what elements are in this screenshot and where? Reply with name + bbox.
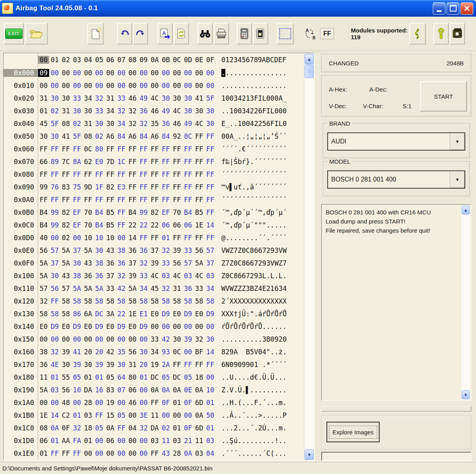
ascii-char[interactable]: ‰ (225, 158, 229, 166)
ascii-char[interactable]: ´ (266, 196, 270, 204)
hex-byte[interactable]: FF (149, 145, 160, 153)
ascii-char[interactable]: Z (238, 247, 242, 254)
ascii-char[interactable]: ( (238, 399, 242, 407)
hex-byte[interactable]: 36 (105, 259, 116, 267)
ascii-char[interactable]: 5 (250, 348, 254, 356)
hex-byte[interactable]: 00 (194, 82, 205, 90)
ascii-char[interactable]: . (238, 82, 242, 90)
ascii-char[interactable]: X (266, 297, 270, 305)
hex-byte[interactable]: 38 (38, 348, 49, 356)
ascii-char[interactable]: ´ (242, 208, 246, 216)
ascii-char[interactable]: X (278, 297, 282, 305)
hex-byte[interactable]: E3 (116, 183, 127, 191)
ascii-char[interactable]: 3 (250, 94, 254, 102)
ascii-char[interactable]: . (242, 373, 246, 381)
ascii-char[interactable]: „ (266, 132, 270, 140)
hex-byte[interactable]: 58 (49, 310, 60, 318)
hex-byte[interactable]: 05 (116, 411, 127, 419)
hex-byte[interactable]: 58 (71, 297, 83, 305)
hex-byte[interactable]: FF (94, 411, 105, 419)
ascii-char[interactable]: . (246, 437, 250, 445)
hex-scrollbar[interactable]: ▲ ▼ (304, 54, 314, 460)
hex-byte[interactable]: 8A (71, 158, 83, 166)
ascii-char[interactable]: Ů (266, 310, 270, 318)
hex-byte[interactable]: 58 (83, 297, 94, 305)
hex-byte[interactable]: 00 (49, 335, 60, 343)
ascii-char[interactable]: ´ (271, 158, 274, 166)
hex-byte[interactable]: 28 (171, 449, 182, 457)
ascii-char[interactable]: ( (271, 449, 274, 457)
hex-byte[interactable]: FF (149, 399, 160, 407)
ascii-char[interactable]: ´ (225, 449, 229, 457)
hex-byte[interactable]: 46 (127, 399, 138, 407)
hex-byte[interactable]: 14 (127, 234, 138, 242)
hex-byte[interactable]: 02 (71, 120, 83, 128)
hex-byte[interactable]: FF (105, 145, 116, 153)
hex-byte[interactable]: 32 (160, 285, 171, 292)
ascii-char[interactable]: 7 (254, 259, 258, 267)
ascii-char[interactable]: . (246, 399, 250, 407)
ascii-char[interactable]: . (254, 386, 258, 394)
ascii-char[interactable]: . (234, 411, 238, 419)
hex-byte[interactable]: 33 (182, 247, 194, 254)
hex-byte[interactable]: A6 (105, 132, 116, 140)
ascii-char[interactable]: . (238, 234, 242, 242)
hex-byte[interactable]: FF (182, 145, 194, 153)
ascii-char[interactable]: . (282, 272, 286, 280)
hex-byte[interactable]: 5A (94, 285, 105, 292)
hex-byte[interactable]: 09 (38, 69, 49, 77)
hex-byte[interactable]: 00 (94, 335, 105, 343)
hex-byte[interactable]: 31 (127, 361, 138, 369)
ascii-char[interactable]: ´ (242, 170, 246, 178)
ascii-char[interactable]: ´ (278, 361, 282, 369)
ascii-char[interactable]: ´ (225, 170, 229, 178)
ascii-char[interactable]: . (274, 69, 278, 77)
ascii-char[interactable]: F (254, 399, 258, 407)
hex-byte[interactable]: FF (116, 424, 127, 432)
hex-byte[interactable]: 36 (116, 259, 127, 267)
connector-button[interactable] (409, 23, 426, 44)
hex-byte[interactable]: 15 (105, 411, 116, 419)
ascii-char[interactable]: p (238, 208, 242, 216)
ascii-char[interactable]: ´ (262, 399, 266, 407)
ascii-char[interactable]: . (242, 437, 246, 445)
ascii-char[interactable]: 6 (221, 361, 225, 369)
hex-byte[interactable]: BF (194, 348, 205, 356)
hex-byte[interactable]: FF (60, 196, 71, 204)
hex-byte[interactable]: 86 (71, 310, 83, 318)
ascii-char[interactable]: Ů (225, 323, 229, 331)
hex-byte[interactable]: 56 (49, 285, 60, 292)
hex-byte[interactable]: 10 (105, 234, 116, 242)
hex-byte[interactable]: 1F (94, 183, 105, 191)
hex-byte[interactable]: 37 (49, 259, 60, 267)
ascii-char[interactable]: . (234, 335, 238, 343)
ascii-char[interactable]: . (250, 69, 254, 77)
ascii-char[interactable]: ŕ (230, 323, 234, 331)
hex-byte[interactable]: FF (127, 196, 138, 204)
hex-byte[interactable]: 58 (116, 297, 127, 305)
hex-byte[interactable]: 38 (94, 259, 105, 267)
hex-byte[interactable]: FF (149, 183, 160, 191)
scroll-up-button[interactable]: ▲ (462, 206, 470, 214)
ascii-char[interactable]: Ş (230, 437, 234, 445)
hex-byte[interactable]: FF (38, 170, 49, 178)
ascii-char[interactable]: " (262, 221, 266, 229)
ascii-char[interactable]: ´ (274, 361, 278, 369)
ascii-char[interactable]: X (230, 297, 234, 305)
hex-byte[interactable]: 3E (138, 411, 149, 419)
hex-byte[interactable]: 6D (194, 399, 205, 407)
ascii-char[interactable]: ´ (242, 221, 246, 229)
ascii-char[interactable]: ´ (278, 158, 282, 166)
ascii-char[interactable]: . (258, 82, 262, 90)
ascii-char[interactable]: ´ (254, 145, 258, 153)
hex-byte[interactable]: 30 (205, 120, 216, 128)
ascii-char[interactable]: E (221, 120, 225, 128)
ascii-char[interactable]: 2 (266, 247, 270, 254)
hex-byte[interactable]: 01 (205, 424, 216, 432)
ascii-char[interactable]: Š (234, 158, 238, 166)
hex-byte[interactable]: 34 (116, 120, 127, 128)
hex-byte[interactable]: FF (194, 361, 205, 369)
hex-byte[interactable]: 0A (171, 386, 182, 394)
hex-byte[interactable]: 06 (105, 437, 116, 445)
ascii-char[interactable]: V (221, 247, 225, 254)
